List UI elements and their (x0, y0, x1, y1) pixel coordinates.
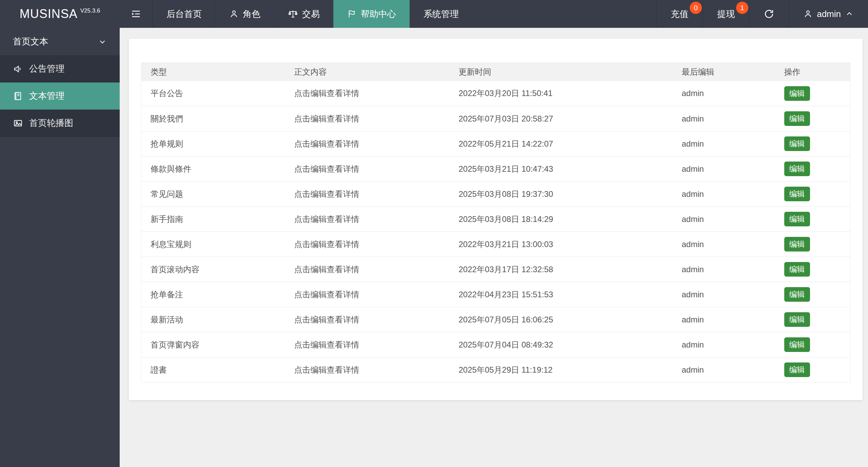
sidebar-item-label: 公告管理 (29, 63, 64, 75)
table-row: 新手指南 点击编辑查看详情 2025年03月08日 18:14:29 admin… (141, 207, 850, 232)
cell-type: 常见问题 (141, 182, 285, 207)
help-text-table: 类型 正文内容 更新时间 最后编辑 操作 平台公告 点击编辑查看详情 2022年… (141, 62, 850, 382)
user-menu[interactable]: admin (789, 0, 868, 28)
flag-icon (347, 9, 357, 19)
nav-system-admin-label: 系统管理 (423, 8, 459, 20)
withdraw-button[interactable]: 提现 1 (703, 0, 749, 28)
cell-content: 点击编辑查看详情 (285, 81, 450, 106)
sidebar-toggle-button[interactable] (120, 0, 153, 28)
table-row: 抢单规则 点击编辑查看详情 2022年05月21日 14:22:07 admin… (141, 131, 850, 156)
cell-content: 点击编辑查看详情 (285, 156, 450, 182)
cell-type: 證書 (141, 357, 285, 382)
edit-button[interactable]: 编辑 (784, 212, 810, 226)
chevron-up-icon (845, 10, 854, 18)
sidebar-item-label: 首页轮播图 (29, 117, 73, 129)
table-row: 最新活动 点击编辑查看详情 2025年07月05日 16:06:25 admin… (141, 307, 850, 332)
cell-updated: 2022年03月21日 13:00:03 (450, 232, 673, 257)
cell-editor: admin (673, 307, 775, 332)
app-name: MUSINSA (20, 7, 78, 21)
column-updated: 更新时间 (450, 63, 673, 81)
recharge-label: 充值 (671, 8, 688, 20)
edit-button[interactable]: 编辑 (784, 287, 810, 302)
cell-content: 点击编辑查看详情 (285, 332, 450, 357)
cell-updated: 2025年05月29日 11:19:12 (450, 357, 673, 382)
table-row: 首页滚动内容 点击编辑查看详情 2022年03月17日 12:32:58 adm… (141, 257, 850, 282)
nav-system-admin[interactable]: 系统管理 (410, 0, 472, 28)
table-row: 利息宝规则 点击编辑查看详情 2022年03月21日 13:00:03 admi… (141, 232, 850, 257)
sidebar-item-text-management[interactable]: 文本管理 (0, 82, 120, 110)
book-icon (13, 91, 23, 101)
cell-updated: 2025年07月03日 20:58:27 (450, 106, 673, 131)
cell-type: 抢单备注 (141, 282, 285, 307)
cell-actions: 编辑 (775, 332, 850, 357)
edit-button[interactable]: 编辑 (784, 262, 810, 277)
cell-type: 抢单规则 (141, 131, 285, 156)
edit-button[interactable]: 编辑 (784, 237, 810, 251)
app-version: V25.3.6 (80, 7, 100, 14)
cell-editor: admin (673, 182, 775, 207)
cell-content: 点击编辑查看详情 (285, 282, 450, 307)
cell-actions: 编辑 (775, 106, 850, 131)
cell-updated: 2022年05月21日 14:22:07 (450, 131, 673, 156)
cell-actions: 编辑 (775, 232, 850, 257)
table-row: 條款與條件 点击编辑查看详情 2025年03月21日 10:47:43 admi… (141, 156, 850, 182)
table-row: 抢单备注 点击编辑查看详情 2022年04月23日 15:51:53 admin… (141, 282, 850, 307)
cell-updated: 2022年04月23日 15:51:53 (450, 282, 673, 307)
edit-button[interactable]: 编辑 (784, 86, 810, 101)
sidebar-item-home-carousel[interactable]: 首页轮播图 (0, 110, 120, 137)
edit-button[interactable]: 编辑 (784, 187, 810, 201)
edit-button[interactable]: 编辑 (784, 337, 810, 352)
recharge-badge: 0 (690, 2, 702, 14)
cell-updated: 2025年03月08日 19:37:30 (450, 182, 673, 207)
cell-content: 点击编辑查看详情 (285, 207, 450, 232)
nav-trade[interactable]: 交易 (274, 0, 333, 28)
image-icon (13, 118, 23, 128)
cell-content: 点击编辑查看详情 (285, 232, 450, 257)
cell-type: 首页弹窗内容 (141, 332, 285, 357)
recharge-button[interactable]: 充值 0 (656, 0, 703, 28)
topbar-actions: 充值 0 提现 1 admin (656, 0, 868, 28)
main-content: 类型 正文内容 更新时间 最后编辑 操作 平台公告 点击编辑查看详情 2022年… (120, 28, 868, 467)
nav-dashboard[interactable]: 后台首页 (153, 0, 215, 28)
cell-updated: 2022年03月17日 12:32:58 (450, 257, 673, 282)
sidebar-item-label: 文本管理 (29, 90, 64, 102)
refresh-icon (764, 8, 774, 19)
withdraw-label: 提现 (717, 8, 735, 20)
top-nav: 后台首页 角色 交易 (153, 0, 472, 28)
menu-toggle-icon (131, 9, 141, 19)
nav-roles[interactable]: 角色 (215, 0, 274, 28)
table-body: 平台公告 点击编辑查看详情 2022年03月20日 11:50:41 admin… (141, 81, 850, 382)
edit-button[interactable]: 编辑 (784, 162, 810, 176)
cell-editor: admin (673, 106, 775, 131)
column-editor: 最后编辑 (673, 63, 775, 81)
cell-type: 新手指南 (141, 207, 285, 232)
cell-content: 点击编辑查看详情 (285, 182, 450, 207)
cell-editor: admin (673, 257, 775, 282)
app-logo: MUSINSA V25.3.6 (0, 0, 120, 28)
sidebar-group-home-text[interactable]: 首页文本 (0, 28, 120, 55)
cell-updated: 2025年03月21日 10:47:43 (450, 156, 673, 182)
cell-type: 利息宝规则 (141, 232, 285, 257)
nav-roles-label: 角色 (243, 8, 260, 20)
cell-content: 点击编辑查看详情 (285, 357, 450, 382)
edit-button[interactable]: 编辑 (784, 136, 810, 151)
withdraw-badge: 1 (736, 2, 748, 14)
cell-actions: 编辑 (775, 282, 850, 307)
cell-content: 点击编辑查看详情 (285, 307, 450, 332)
table-header: 类型 正文内容 更新时间 最后编辑 操作 (141, 63, 850, 81)
edit-button[interactable]: 编辑 (784, 362, 810, 377)
username: admin (817, 9, 841, 19)
cell-editor: admin (673, 156, 775, 182)
nav-help-center[interactable]: 帮助中心 (333, 0, 410, 28)
cell-updated: 2025年07月05日 16:06:25 (450, 307, 673, 332)
cell-content: 点击编辑查看详情 (285, 131, 450, 156)
table-row: 關於我們 点击编辑查看详情 2025年07月03日 20:58:27 admin… (141, 106, 850, 131)
sidebar-item-announcements[interactable]: 公告管理 (0, 55, 120, 82)
cell-editor: admin (673, 81, 775, 106)
edit-button[interactable]: 编辑 (784, 312, 810, 327)
edit-button[interactable]: 编辑 (784, 111, 810, 126)
cell-editor: admin (673, 207, 775, 232)
refresh-button[interactable] (749, 0, 789, 28)
cell-editor: admin (673, 332, 775, 357)
cell-updated: 2025年03月08日 18:14:29 (450, 207, 673, 232)
